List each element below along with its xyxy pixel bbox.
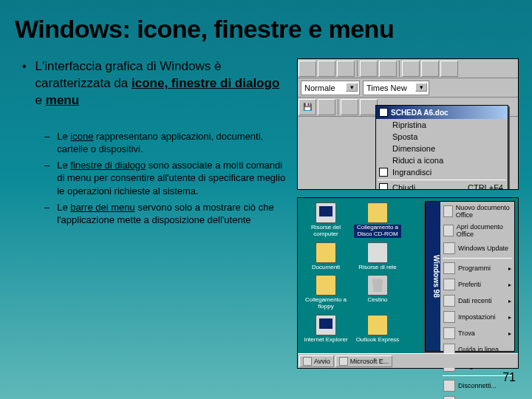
toolbar-button[interactable] [360, 61, 378, 77]
text-column: • L'interfaccia grafica di Windows è car… [15, 58, 288, 369]
screenshot-desktop: Risorse del computerCollegamento a Disco… [297, 197, 519, 369]
start-button[interactable]: Avvio [299, 355, 334, 367]
taskbar: Avvio Microsoft E... [298, 353, 518, 368]
kw-grafica: grafica [106, 59, 143, 74]
context-menu-title: SCHEDA A6.doc [376, 106, 508, 119]
save-icon[interactable]: 💾 [299, 99, 316, 115]
dash-icon: – [44, 130, 50, 156]
toolbar-button[interactable] [341, 99, 358, 115]
menu-item-riduci[interactable]: Riduci a icona [376, 154, 508, 166]
start-menu: Windows 98 Nuovo documento OfficeApri do… [425, 201, 515, 352]
bin-icon [367, 275, 388, 296]
menu-item-label: Windows Update [458, 245, 508, 252]
desktop-icon[interactable]: Documenti [302, 242, 349, 271]
toolbar-button[interactable] [318, 99, 335, 115]
toolbar-button[interactable] [299, 61, 316, 77]
start-menu-item[interactable]: Apri documento Office [440, 221, 514, 240]
kw-icone-finestre: icone, finestre di dialogo [132, 76, 279, 90]
desktop-icon[interactable]: Cestino [354, 275, 401, 310]
desktop-icon-label: Risorse del computer [302, 225, 349, 238]
desktop-icon[interactable]: Collegamento a floppy [302, 275, 349, 310]
menu-item-icon [443, 225, 454, 236]
desktop-icon-label: Risorse di rete [358, 265, 397, 271]
menu-item-label: Apri documento Office [457, 223, 511, 238]
bullet-icon: • [22, 58, 27, 109]
toolbar-button[interactable] [421, 61, 439, 77]
menu-separator [443, 258, 512, 259]
desktop-icon[interactable]: Risorse del computer [302, 202, 349, 238]
toolbar-button[interactable] [379, 61, 397, 77]
main-bullet: • L'interfaccia grafica di Windows è car… [15, 58, 288, 109]
menu-item-label: Disconnetti... [458, 382, 497, 389]
menu-item-sposta[interactable]: Sposta [376, 131, 508, 143]
desktop-icon-label: Outlook Express [356, 337, 400, 344]
menu-item-icon [443, 262, 455, 274]
checkbox-icon [379, 168, 388, 177]
toolbar-button[interactable] [318, 61, 335, 77]
slide-title: Windows: icone, finestre e menu [0, 0, 532, 44]
screenshot-column: Normale Times New 💾 SCHEDA A6.doc Ripris… [297, 58, 519, 369]
folder-icon [367, 315, 388, 335]
start-menu-item[interactable]: Chiudi sessione... [440, 394, 514, 399]
toolbar-separator [399, 61, 400, 77]
start-menu-items: Nuovo documento OfficeApri documento Off… [440, 202, 514, 351]
monitor-icon [316, 202, 336, 223]
menu-item-label: Nuovo documento Office [456, 204, 511, 219]
menu-item-icon [443, 205, 453, 217]
kw-icone: icone [70, 131, 93, 142]
checkbox-icon [379, 183, 388, 190]
kw-finestre: finestre di dialogo [70, 160, 146, 171]
start-menu-item[interactable]: Windows Update [440, 240, 514, 256]
start-menu-item[interactable]: Impostazioni [440, 309, 514, 325]
sub-bullet-3: – Le barre dei menu servono solo a mostr… [44, 201, 288, 227]
desktop-icon[interactable]: Internet Explorer [302, 315, 349, 344]
start-menu-item[interactable]: Preferiti [440, 276, 514, 293]
sub-bullet-1: – Le icone rappresentano applicazioni, d… [44, 130, 288, 156]
menu-item-dimensione[interactable]: Dimensione [376, 143, 508, 154]
kw-barre-menu: barre dei menu [70, 202, 134, 213]
desktop-icon[interactable]: Outlook Express [354, 315, 401, 344]
menu-item-label: Impostazioni [458, 313, 496, 321]
page-number: 71 [502, 371, 516, 384]
monitor-icon [316, 315, 336, 335]
menu-separator [378, 180, 506, 180]
font-dropdown[interactable]: Times New [363, 81, 429, 95]
start-menu-item[interactable]: Dati recenti [440, 293, 514, 309]
toolbar-button[interactable] [402, 61, 420, 77]
menu-item-label: Trova [458, 330, 475, 337]
folder-icon [316, 275, 336, 296]
desktop-icon-label: Internet Explorer [304, 337, 347, 344]
toolbar-button[interactable] [337, 61, 355, 77]
menu-item-icon [443, 295, 455, 307]
menu-item-icon [443, 396, 455, 399]
dash-icon: – [44, 159, 50, 198]
folder-icon [367, 202, 388, 223]
app-icon [339, 357, 348, 366]
menu-item-icon [443, 311, 455, 323]
start-menu-stripe: Windows 98 [426, 202, 440, 351]
desktop-icon[interactable]: Risorse di rete [354, 242, 401, 271]
menu-item-ripristina[interactable]: Ripristina [376, 119, 508, 131]
taskbar-app-button[interactable]: Microsoft E... [335, 355, 393, 367]
start-menu-item[interactable]: Trova [440, 325, 514, 341]
menu-item-ingrandisci[interactable]: Ingrandisci [376, 166, 508, 178]
toolbar-row-2: Normale Times New [298, 78, 518, 98]
start-menu-item[interactable]: Programmi [440, 260, 514, 276]
dash-icon: – [44, 201, 50, 227]
toolbar-button[interactable] [440, 61, 458, 77]
start-menu-item[interactable]: Nuovo documento Office [440, 202, 514, 221]
menu-item-chiudi[interactable]: Chiudi CTRL+F4 [376, 182, 508, 190]
toolbar-separator [357, 61, 358, 77]
document-icon [379, 108, 388, 117]
context-menu: SCHEDA A6.doc Ripristina Sposta Dimensio… [375, 105, 508, 190]
main-text: L'interfaccia grafica di Windows è carat… [35, 58, 288, 109]
desktop-icon-label: Collegamento a Disco CD-ROM [354, 225, 401, 238]
folder-icon [316, 242, 336, 263]
desktop-icon[interactable]: Collegamento a Disco CD-ROM [354, 202, 401, 238]
style-dropdown[interactable]: Normale [301, 81, 360, 95]
shortcut-label: CTRL+F4 [468, 183, 503, 190]
sub-bullet-2: – Le finestre di dialogo sono associate … [44, 159, 288, 198]
menu-separator [443, 375, 512, 376]
kw-menu: menu [46, 93, 79, 107]
menu-item-label: Dati recenti [458, 297, 492, 304]
